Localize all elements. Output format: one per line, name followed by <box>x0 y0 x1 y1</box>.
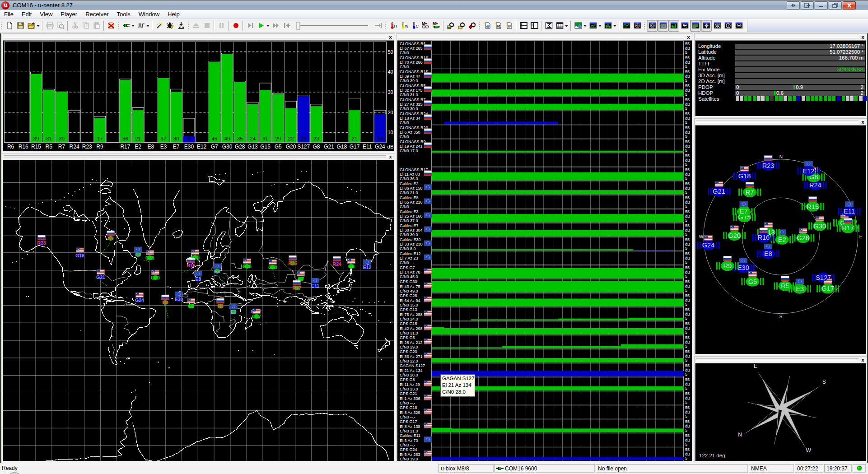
compass-close-icon[interactable]: x <box>860 357 866 363</box>
menu-view[interactable]: View <box>36 10 56 19</box>
map-window-button[interactable] <box>658 20 668 32</box>
new-file-button[interactable] <box>4 20 15 32</box>
skyview-pane: x NESWE2G13R16E8G28G30G15R15E7G20E30R5G5… <box>694 118 868 355</box>
histogram-window-button[interactable] <box>668 20 679 32</box>
table-button[interactable] <box>554 20 565 32</box>
debug-bug-button[interactable] <box>165 20 176 32</box>
coldstart-button[interactable]: C <box>409 20 420 32</box>
playback-position-slider[interactable] <box>294 20 371 31</box>
window-undock-button[interactable] <box>801 1 814 9</box>
svg-text:M: M <box>433 22 436 26</box>
paste-button[interactable] <box>91 20 102 32</box>
window-restore-button[interactable] <box>829 1 842 9</box>
play-button[interactable] <box>256 20 266 32</box>
new-msg-binary-button[interactable]: 01 <box>493 20 504 32</box>
print-preview-button[interactable] <box>55 20 66 32</box>
svg-text:El 7 Az 23: El 7 Az 23 <box>400 256 418 260</box>
svg-text:El 6 Az 350: El 6 Az 350 <box>400 130 420 135</box>
discard-button[interactable] <box>106 20 117 32</box>
toolbar-grip[interactable] <box>478 21 481 31</box>
menu-edit[interactable]: Edit <box>18 10 36 19</box>
status-protocol[interactable]: NMEA <box>749 464 794 473</box>
sparkle-window-button[interactable] <box>679 20 690 32</box>
cut-button[interactable] <box>70 20 80 32</box>
memory-plug-white-button[interactable]: M <box>420 20 431 32</box>
menu-window[interactable]: Window <box>135 10 163 19</box>
stop-button[interactable] <box>201 20 212 32</box>
compass-window-button[interactable] <box>701 20 712 32</box>
chart-line-button[interactable] <box>588 20 598 32</box>
to-end-button[interactable] <box>373 20 383 32</box>
svg-text:G15: G15 <box>145 255 154 260</box>
gear-load-button[interactable] <box>456 20 467 32</box>
titlebar[interactable]: u COM16 - u-center 8.27 <box>0 0 868 10</box>
history-pane-strip[interactable]: x <box>397 34 692 40</box>
hotstart-button[interactable]: H <box>387 20 398 32</box>
data-value-3D Acc. [m] <box>735 73 865 78</box>
copy-button[interactable] <box>80 20 91 32</box>
eject-button[interactable] <box>191 20 201 32</box>
connect-button[interactable] <box>121 20 131 32</box>
menu-file[interactable]: File <box>0 10 18 19</box>
split-horizontal-button[interactable] <box>518 20 529 32</box>
window-minimize-button[interactable] <box>815 1 828 9</box>
toolbar-separator <box>228 21 229 31</box>
status-port[interactable]: COM16 9600 <box>495 464 595 473</box>
menu-help[interactable]: Help <box>163 10 184 19</box>
menu-tools[interactable]: Tools <box>112 10 134 19</box>
clock-window-button[interactable] <box>723 20 733 32</box>
new-msg-color-button[interactable] <box>482 20 493 32</box>
step-button[interactable] <box>245 20 256 32</box>
toolbar-grip[interactable] <box>0 21 4 31</box>
data-pane-strip[interactable]: x <box>695 34 867 40</box>
window-split-button[interactable] <box>787 1 800 9</box>
sky-close-icon[interactable]: x <box>860 119 866 125</box>
skyview-window-button[interactable] <box>647 20 658 32</box>
menu-player[interactable]: Player <box>56 10 81 19</box>
map-close-icon[interactable]: x <box>387 154 393 160</box>
list-window-button[interactable] <box>690 20 701 32</box>
data-close-icon[interactable]: x <box>860 34 866 40</box>
gear-clear-button[interactable] <box>467 20 478 32</box>
chart-image-button[interactable] <box>573 20 583 32</box>
receiver-dock-button[interactable] <box>176 20 187 32</box>
sum-button[interactable] <box>543 20 554 32</box>
svg-text:5: 5 <box>685 344 687 349</box>
split-vertical-button[interactable] <box>529 20 540 32</box>
compass-pane-strip[interactable]: x <box>695 357 867 363</box>
xplot2-window-button[interactable] <box>733 20 744 32</box>
menu-receiver[interactable]: Receiver <box>81 10 112 19</box>
autobaud-wand-button[interactable] <box>154 20 165 32</box>
record-button[interactable] <box>230 20 241 32</box>
pause-button[interactable] <box>216 20 227 32</box>
stop-icon <box>203 22 211 29</box>
fast-forward-button[interactable] <box>271 20 281 32</box>
svg-text:E3: E3 <box>160 144 167 150</box>
chart-bar-button[interactable] <box>602 20 613 32</box>
toolbar-grip[interactable] <box>117 21 120 31</box>
new-msg-text-button[interactable] <box>504 20 514 32</box>
toolbar-grip[interactable] <box>187 21 190 31</box>
xplot-window-button[interactable] <box>712 20 723 32</box>
histogram-close-icon[interactable]: x <box>387 34 393 40</box>
window-close-button[interactable] <box>843 1 856 9</box>
gear-save-button[interactable] <box>445 20 456 32</box>
gear-save-icon <box>447 22 455 29</box>
histogram-pane-strip[interactable]: x <box>3 34 394 40</box>
baudrate-button[interactable] <box>135 20 146 32</box>
sky-pane-strip[interactable]: x <box>695 119 867 125</box>
save-button[interactable] <box>15 20 26 32</box>
svg-text:Galileo E12: Galileo E12 <box>400 251 421 256</box>
open-button[interactable] <box>26 20 37 32</box>
console-window-button[interactable] <box>621 20 632 32</box>
svg-text:C/N0 31.0: C/N0 31.0 <box>400 331 418 335</box>
toolbar-grip[interactable] <box>384 21 387 31</box>
warmstart-button[interactable]: W <box>398 20 409 32</box>
map-pane-strip[interactable]: x <box>3 154 394 160</box>
toolbar-grip[interactable] <box>643 21 646 31</box>
memory-plug-green-button[interactable]: M <box>431 20 442 32</box>
deviation-window-button[interactable] <box>632 20 643 32</box>
to-begin-button[interactable] <box>281 20 292 32</box>
print-button[interactable] <box>44 20 55 32</box>
history-close-icon[interactable]: x <box>686 34 691 40</box>
